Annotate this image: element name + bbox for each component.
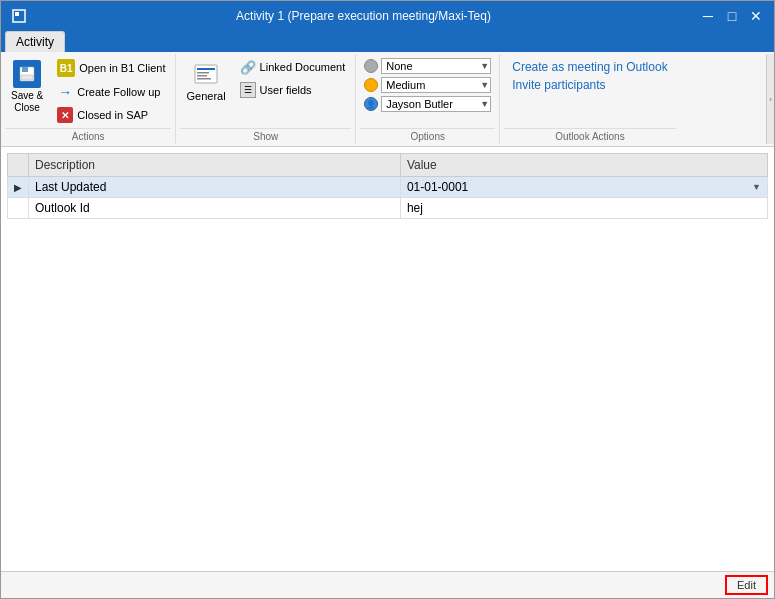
medium-select-wrapper: Medium None Low High ▼ — [381, 77, 491, 93]
options-selects: None Low Medium High ▼ — [360, 56, 495, 114]
priority-none-icon — [364, 59, 378, 73]
priority-none-row: None Low Medium High ▼ — [364, 58, 491, 74]
main-window: Activity 1 (Prepare execution meeting/Ma… — [0, 0, 775, 599]
minimize-button[interactable]: ─ — [698, 6, 718, 26]
link-icon: 🔗 — [240, 59, 256, 75]
user-icon: 👤 — [364, 97, 378, 111]
svg-rect-4 — [21, 75, 33, 80]
followup-icon: → — [57, 84, 73, 100]
none-select-wrapper: None Low Medium High ▼ — [381, 58, 491, 74]
svg-rect-8 — [197, 75, 207, 77]
none-select[interactable]: None Low Medium High — [381, 58, 491, 74]
data-table: Description Value ▶Last Updated01-01-000… — [7, 153, 768, 219]
ribbon: Save &Close B1 Open in B1 Client → Creat… — [1, 52, 774, 147]
outlook-group-label: Outlook Actions — [504, 128, 675, 142]
b1-icon: B1 — [57, 59, 75, 77]
actions-group: Save &Close B1 Open in B1 Client → Creat… — [1, 54, 176, 144]
maximize-button[interactable]: □ — [722, 6, 742, 26]
general-label: General — [186, 90, 225, 102]
outlook-links: Create as meeting in Outlook Invite part… — [504, 56, 675, 96]
priority-medium-row: Medium None Low High ▼ — [364, 77, 491, 93]
row-arrow-cell: ▶ — [8, 177, 29, 198]
general-button[interactable]: General — [180, 56, 231, 106]
actions-group-label: Actions — [5, 128, 171, 142]
show-stack: 🔗 Linked Document ☰ User fields — [234, 56, 352, 101]
user-select-wrapper: Jayson Butler Other User ▼ — [381, 96, 491, 112]
options-group-label: Options — [360, 128, 495, 142]
user-select[interactable]: Jayson Butler Other User — [381, 96, 491, 112]
close-button[interactable]: ✕ — [746, 6, 766, 26]
general-icon — [192, 60, 220, 88]
save-close-label: Save &Close — [11, 90, 43, 114]
linked-document-button[interactable]: 🔗 Linked Document — [234, 56, 352, 78]
create-meeting-link[interactable]: Create as meeting in Outlook — [512, 60, 667, 74]
col-value-header: Value — [400, 154, 767, 177]
row-description-cell: Outlook Id — [29, 198, 401, 219]
save-close-button[interactable]: Save &Close — [5, 56, 49, 118]
edit-button[interactable]: Edit — [725, 575, 768, 595]
activity-tab[interactable]: Activity — [5, 31, 65, 52]
table-header-row: Description Value — [8, 154, 768, 177]
closed-sap-button[interactable]: ✕ Closed in SAP — [51, 104, 171, 126]
save-icon — [13, 60, 41, 88]
cell-dropdown-arrow[interactable]: ▼ — [752, 182, 761, 192]
svg-rect-5 — [195, 65, 217, 83]
invite-participants-link[interactable]: Invite participants — [512, 78, 667, 92]
svg-rect-9 — [197, 78, 211, 80]
app-icon — [9, 9, 29, 23]
actions-stack: B1 Open in B1 Client → Create Follow up … — [51, 56, 171, 126]
row-value-cell: hej — [400, 198, 767, 219]
closed-icon: ✕ — [57, 107, 73, 123]
table-row[interactable]: Outlook Idhej — [8, 198, 768, 219]
create-followup-button[interactable]: → Create Follow up — [51, 81, 171, 103]
userfields-icon: ☰ — [240, 82, 256, 98]
show-content: General 🔗 Linked Document ☰ User fields — [180, 56, 351, 126]
bottom-bar: Edit — [1, 571, 774, 598]
options-content: None Low Medium High ▼ — [360, 56, 495, 126]
show-group-label: Show — [180, 128, 351, 142]
ribbon-scroll-right[interactable]: › — [766, 54, 774, 144]
tab-bar: Activity — [1, 31, 774, 52]
col-arrow-header — [8, 154, 29, 177]
row-value-cell[interactable]: 01-01-0001▼ — [400, 177, 767, 198]
outlook-content: Create as meeting in Outlook Invite part… — [504, 56, 675, 126]
col-description-header: Description — [29, 154, 401, 177]
user-fields-button[interactable]: ☰ User fields — [234, 79, 352, 101]
svg-rect-7 — [197, 72, 209, 74]
svg-rect-1 — [15, 12, 19, 16]
open-b1-button[interactable]: B1 Open in B1 Client — [51, 56, 171, 80]
user-row: 👤 Jayson Butler Other User ▼ — [364, 96, 491, 112]
title-bar: Activity 1 (Prepare execution meeting/Ma… — [1, 1, 774, 31]
row-arrow-cell — [8, 198, 29, 219]
medium-select[interactable]: Medium None Low High — [381, 77, 491, 93]
actions-content: Save &Close B1 Open in B1 Client → Creat… — [5, 56, 171, 126]
outlook-group: Create as meeting in Outlook Invite part… — [500, 54, 679, 144]
show-group: General 🔗 Linked Document ☰ User fields … — [176, 54, 356, 144]
svg-rect-6 — [197, 68, 215, 70]
window-controls: ─ □ ✕ — [698, 6, 766, 26]
table-row[interactable]: ▶Last Updated01-01-0001▼ — [8, 177, 768, 198]
svg-rect-3 — [22, 67, 28, 72]
window-title: Activity 1 (Prepare execution meeting/Ma… — [29, 9, 698, 23]
options-group: None Low Medium High ▼ — [356, 54, 500, 144]
priority-medium-icon — [364, 78, 378, 92]
content-area: Description Value ▶Last Updated01-01-000… — [1, 147, 774, 571]
row-description-cell: Last Updated — [29, 177, 401, 198]
